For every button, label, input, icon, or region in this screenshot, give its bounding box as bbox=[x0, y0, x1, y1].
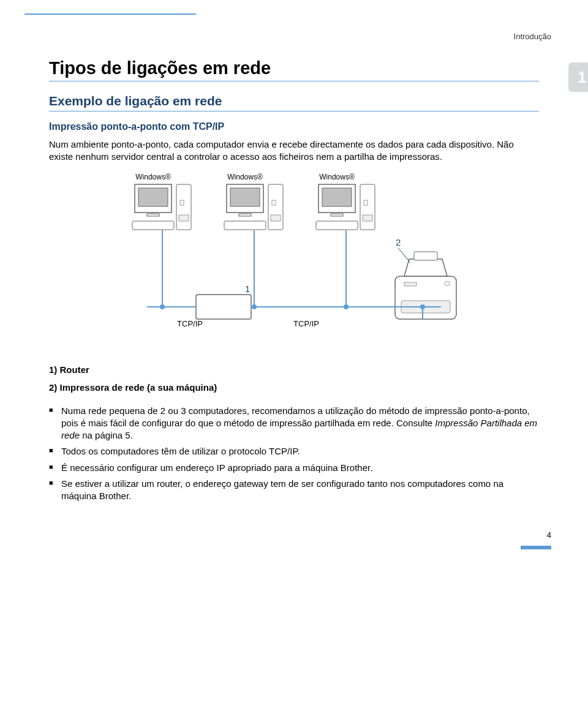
svg-rect-13 bbox=[364, 200, 368, 205]
network-node bbox=[344, 304, 349, 309]
pc-label-3: Windows® bbox=[319, 173, 355, 181]
svg-rect-10 bbox=[316, 221, 358, 230]
router-number: 1 bbox=[245, 284, 250, 294]
svg-rect-3 bbox=[224, 221, 266, 230]
bullet-item: Todos os computadores têm de utilizar o … bbox=[49, 445, 539, 458]
pc-label-1: Windows® bbox=[135, 173, 171, 181]
legend-item-router: 1) Router bbox=[49, 364, 539, 375]
bullet-tail: na página 5. bbox=[80, 430, 133, 440]
subtitle-underline bbox=[49, 111, 539, 111]
svg-rect-2 bbox=[239, 214, 251, 216]
svg-rect-12 bbox=[363, 215, 372, 221]
svg-rect-16 bbox=[414, 252, 437, 260]
tcpip-label-right: TCP/IP bbox=[293, 319, 319, 328]
svg-point-17 bbox=[445, 281, 450, 286]
tower-button-icon bbox=[180, 200, 184, 205]
tower-drive-icon bbox=[179, 215, 189, 221]
router-icon bbox=[196, 295, 251, 319]
svg-rect-9 bbox=[331, 214, 343, 216]
chapter-badge: 1 bbox=[568, 62, 588, 92]
printer-number: 2 bbox=[396, 237, 401, 247]
tower-icon bbox=[176, 184, 191, 230]
svg-rect-18 bbox=[404, 282, 417, 286]
bullet-item: Se estiver a utilizar um router, o ender… bbox=[49, 478, 539, 503]
network-node bbox=[252, 304, 257, 309]
svg-rect-4 bbox=[268, 184, 283, 230]
legend-item-printer: 2) Impressora de rede (a sua máquina) bbox=[49, 382, 539, 393]
svg-rect-5 bbox=[271, 215, 281, 221]
page-number: 4 bbox=[0, 506, 588, 546]
screen-icon bbox=[138, 188, 168, 206]
breadcrumb: Introdução bbox=[0, 15, 588, 41]
page-title: Tipos de ligações em rede bbox=[49, 58, 539, 78]
tcpip-label-left: TCP/IP bbox=[177, 319, 203, 328]
page-accent-bar bbox=[521, 546, 551, 549]
svg-rect-1 bbox=[230, 188, 260, 206]
section-subtitle: Exemplo de ligação em rede bbox=[49, 94, 539, 108]
bullet-item: É necessário configurar um endereço IP a… bbox=[49, 462, 539, 474]
svg-rect-11 bbox=[360, 184, 375, 230]
network-diagram: Windows® Windows® Windows® bbox=[123, 172, 466, 356]
section-heading: Impressão ponto-a-ponto com TCP/IP bbox=[49, 121, 539, 132]
network-node bbox=[160, 304, 165, 309]
pc-label-2: Windows® bbox=[227, 173, 263, 181]
network-node bbox=[420, 304, 425, 309]
title-underline bbox=[49, 81, 539, 81]
bullet-item: Numa rede pequena de 2 ou 3 computadores… bbox=[49, 405, 539, 442]
printer-leader-line bbox=[398, 248, 410, 263]
printer-icon bbox=[395, 252, 456, 319]
svg-rect-8 bbox=[322, 188, 352, 206]
svg-rect-6 bbox=[272, 200, 276, 205]
keyboard-icon bbox=[132, 221, 174, 230]
monitor-stand-icon bbox=[147, 214, 159, 216]
intro-paragraph: Num ambiente ponto-a-ponto, cada computa… bbox=[49, 138, 539, 164]
